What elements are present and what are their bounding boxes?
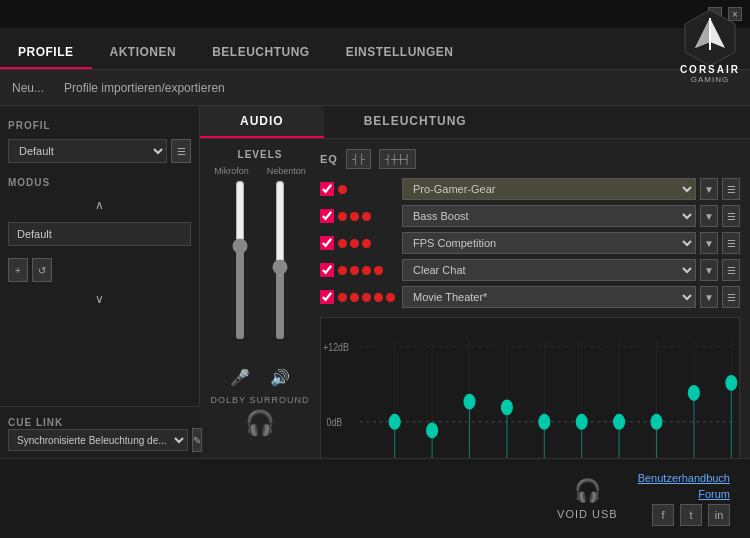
dolby-label: DOLBY SURROUND (211, 395, 310, 405)
dot (386, 293, 395, 302)
preset-checkbox-5[interactable] (320, 290, 334, 304)
svg-text:0dB: 0dB (327, 416, 343, 428)
preset-checkbox-4[interactable] (320, 263, 334, 277)
mode-item-default[interactable]: Default (8, 222, 191, 246)
device-name: VOID USB (557, 508, 618, 520)
refresh-mode-button[interactable]: ↺ (32, 258, 52, 282)
content-tab-beleuchtung[interactable]: BELEUCHTUNG (324, 106, 507, 138)
corsair-logo-area: CORSAIR GAMING (680, 8, 740, 84)
svg-text:+12dB: +12dB (323, 341, 349, 353)
linkedin-icon[interactable]: in (708, 504, 730, 526)
dot (350, 239, 359, 248)
preset-dots-1 (338, 185, 398, 194)
preset-dots-5 (338, 293, 398, 302)
microphone-icon: 🎤 (230, 368, 250, 387)
modus-label: MODUS (8, 177, 191, 188)
modus-chevron-down[interactable]: ∨ (8, 292, 191, 306)
cue-link-label: CUE LINK (8, 417, 192, 428)
preset-checkbox-1[interactable] (320, 182, 334, 196)
dot (374, 266, 383, 275)
tab-profile[interactable]: PROFILE (0, 37, 92, 69)
brand-sub: GAMING (691, 75, 729, 84)
svg-rect-3 (709, 18, 711, 50)
dot (338, 239, 347, 248)
eq-preset-btn-1[interactable]: ┤├ (346, 149, 371, 169)
benutzerhandbuch-link[interactable]: Benutzerhandbuch (638, 472, 730, 484)
preset-menu-btn-5[interactable]: ▼ (700, 286, 718, 308)
device-section: 🎧 VOID USB (557, 478, 618, 520)
preset-select-2[interactable]: Bass Boost (402, 205, 696, 227)
preset-select-4[interactable]: Clear Chat (402, 259, 696, 281)
preset-opts-btn-1[interactable]: ☰ (722, 178, 740, 200)
eq-header: EQ ┤├ ┤┼┼┤ (320, 149, 740, 169)
eq-title: EQ (320, 153, 338, 165)
cue-link-select[interactable]: Synchronisierte Beleuchtung de... (8, 429, 188, 451)
preset-select-3[interactable]: FPS Competition (402, 232, 696, 254)
dot (350, 293, 359, 302)
profil-label: PROFIL (8, 120, 191, 131)
preset-opts-btn-2[interactable]: ☰ (722, 205, 740, 227)
eq-preset-row-3: FPS Competition ▼ ☰ (320, 231, 740, 255)
tab-aktionen[interactable]: AKTIONEN (92, 37, 195, 69)
dot (374, 293, 383, 302)
mode-actions: + ↺ (8, 258, 191, 282)
preset-opts-btn-3[interactable]: ☰ (722, 232, 740, 254)
mikrofon-slider-container (230, 180, 250, 360)
modus-chevron-up[interactable]: ∧ (8, 198, 191, 212)
void-usb-icon: 🎧 (574, 478, 601, 504)
eq-preset-row-5: Movie Theater* ▼ ☰ (320, 285, 740, 309)
dot (362, 239, 371, 248)
nebenton-label: Nebenton (267, 166, 306, 176)
preset-checkbox-2[interactable] (320, 209, 334, 223)
dolby-icon[interactable]: 🎧 (245, 409, 275, 437)
preset-dots-2 (338, 212, 398, 221)
preset-opts-btn-5[interactable]: ☰ (722, 286, 740, 308)
facebook-icon[interactable]: f (652, 504, 674, 526)
volume-icon: 🔊 (270, 368, 290, 387)
dot (362, 293, 371, 302)
preset-menu-btn-1[interactable]: ▼ (700, 178, 718, 200)
eq-presets: Pro-Gamer-Gear ▼ ☰ (320, 177, 740, 309)
twitter-icon[interactable]: t (680, 504, 702, 526)
eq-preset-row-2: Bass Boost ▼ ☰ (320, 204, 740, 228)
add-mode-button[interactable]: + (8, 258, 28, 282)
brand-name: CORSAIR (680, 64, 740, 75)
dolby-section: DOLBY SURROUND 🎧 (211, 395, 310, 437)
mikrofon-label: Mikrofon (214, 166, 249, 176)
nav-tabs: PROFILE AKTIONEN BELEUCHTUNG EINSTELLUNG… (0, 28, 750, 70)
cue-select-row: Synchronisierte Beleuchtung de... ✎ (8, 428, 192, 452)
tab-beleuchtung[interactable]: BELEUCHTUNG (194, 37, 328, 69)
bottom-bar: 🎧 VOID USB Benutzerhandbuch Forum f t in (0, 458, 750, 538)
title-bar: − × (0, 0, 750, 28)
import-export-button[interactable]: Profile importieren/exportieren (64, 81, 225, 95)
preset-select-1[interactable]: Pro-Gamer-Gear (402, 178, 696, 200)
cue-edit-button[interactable]: ✎ (192, 428, 202, 452)
nebenton-slider[interactable] (270, 180, 290, 340)
dot (350, 212, 359, 221)
preset-dots-3 (338, 239, 398, 248)
preset-menu-btn-3[interactable]: ▼ (700, 232, 718, 254)
profile-select[interactable]: Default (8, 139, 167, 163)
preset-menu-btn-4[interactable]: ▼ (700, 259, 718, 281)
eq-preset-row-1: Pro-Gamer-Gear ▼ ☰ (320, 177, 740, 201)
forum-link[interactable]: Forum (698, 488, 730, 500)
levels-title: LEVELS (238, 149, 283, 160)
preset-opts-btn-4[interactable]: ☰ (722, 259, 740, 281)
content-tab-audio[interactable]: AUDIO (200, 106, 324, 138)
preset-menu-btn-2[interactable]: ▼ (700, 205, 718, 227)
dot (350, 266, 359, 275)
eq-preset-row-4: Clear Chat ▼ ☰ (320, 258, 740, 282)
profile-select-row: Default ☰ (8, 139, 191, 163)
dot (338, 212, 347, 221)
preset-select-5[interactable]: Movie Theater* (402, 286, 696, 308)
nebenton-slider-container (270, 180, 290, 360)
tab-einstellungen[interactable]: EINSTELLUNGEN (328, 37, 472, 69)
eq-preset-btn-2[interactable]: ┤┼┼┤ (379, 149, 417, 169)
profile-list-btn[interactable]: ☰ (171, 139, 191, 163)
preset-checkbox-3[interactable] (320, 236, 334, 250)
dot (362, 266, 371, 275)
mikrofon-slider[interactable] (230, 180, 250, 340)
cue-link-section: CUE LINK Synchronisierte Beleuchtung de.… (0, 406, 200, 458)
links-section: Benutzerhandbuch Forum f t in (638, 472, 730, 526)
new-button[interactable]: Neu... (12, 81, 44, 95)
